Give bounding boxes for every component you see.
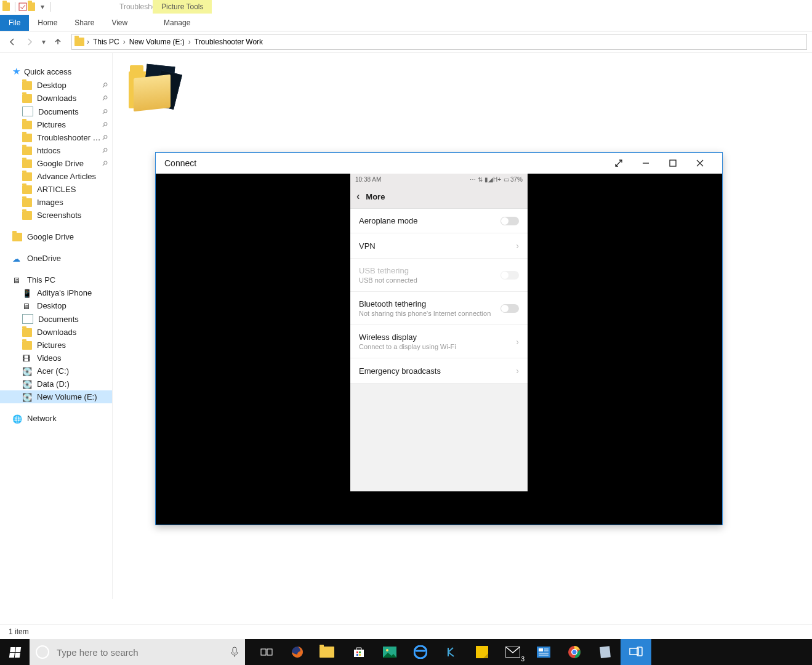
svg-rect-8 bbox=[356, 651, 358, 653]
store-icon[interactable] bbox=[344, 639, 374, 665]
firefox-icon[interactable] bbox=[282, 639, 313, 665]
mail-icon[interactable]: 3 bbox=[497, 639, 528, 665]
picture-tools-tab[interactable]: Picture Tools bbox=[153, 0, 212, 14]
mic-icon[interactable] bbox=[230, 647, 239, 658]
row-bt-tethering[interactable]: Bluetooth tethering Not sharing this pho… bbox=[350, 292, 528, 325]
file-explorer-icon[interactable] bbox=[313, 639, 344, 665]
sidebar-item-desktop2[interactable]: 🖥Desktop bbox=[0, 299, 112, 312]
properties-icon[interactable] bbox=[18, 2, 28, 12]
expand-button[interactable] bbox=[605, 155, 632, 172]
quick-access-group[interactable]: ★ Quick access bbox=[0, 64, 112, 79]
sidebar-item-documents2[interactable]: Documents bbox=[0, 312, 112, 326]
start-button[interactable] bbox=[0, 639, 30, 665]
sidebar-item-advance[interactable]: Advance Articles bbox=[0, 170, 112, 183]
sidebar-item-troubleshooter[interactable]: Troubleshooter W…⚲ bbox=[0, 131, 112, 144]
tab-view[interactable]: View bbox=[103, 15, 136, 31]
row-label: Wireless display bbox=[359, 332, 417, 342]
toggle-off-icon[interactable] bbox=[500, 217, 519, 225]
sidebar-item-acer-c[interactable]: 💽Acer (C:) bbox=[0, 365, 112, 377]
sidebar-item-onedrive[interactable]: ☁OneDrive bbox=[0, 252, 112, 265]
sidebar-item-videos[interactable]: 🎞Videos bbox=[0, 352, 112, 365]
photos-icon[interactable] bbox=[374, 639, 405, 665]
folder-item[interactable] bbox=[129, 63, 177, 118]
connect-title: Connect bbox=[164, 158, 196, 168]
sidebar-item-network[interactable]: 🌐Network bbox=[0, 412, 112, 425]
connect-body: 10:38 AM ⋯ ⇅ ▮◢ H+ ▭ 37% ‹ More Aeroplan… bbox=[156, 174, 722, 525]
new-folder-icon[interactable] bbox=[28, 2, 38, 12]
tab-share[interactable]: Share bbox=[66, 15, 103, 31]
minimize-button[interactable] bbox=[632, 155, 659, 172]
row-label: Emergency broadcasts bbox=[359, 366, 516, 376]
sidebar-item-data-d[interactable]: 💽Data (D:) bbox=[0, 377, 112, 390]
row-vpn[interactable]: VPN › bbox=[350, 233, 528, 259]
svg-point-14 bbox=[414, 646, 427, 658]
crumb-folder[interactable]: Troubleshooter Work bbox=[191, 38, 267, 46]
sidebar-item-htdocs[interactable]: htdocs⚲ bbox=[0, 144, 112, 157]
phone-header-title: More bbox=[366, 192, 385, 201]
chrome-icon[interactable] bbox=[559, 639, 590, 665]
qat-dropdown-icon[interactable]: ▾ bbox=[38, 2, 47, 12]
maximize-button[interactable] bbox=[659, 155, 686, 172]
phone-screen: 10:38 AM ⋯ ⇅ ▮◢ H+ ▭ 37% ‹ More Aeroplan… bbox=[350, 174, 528, 491]
toggle-disabled-icon bbox=[500, 271, 519, 280]
sidebar-item-new-volume-e[interactable]: 💽New Volume (E:) bbox=[0, 390, 112, 403]
back-button[interactable] bbox=[5, 34, 20, 49]
svg-point-26 bbox=[573, 650, 577, 655]
picture-tools-label: Picture Tools bbox=[161, 2, 203, 11]
tab-manage[interactable]: Manage bbox=[153, 15, 201, 31]
tab-file[interactable]: File bbox=[0, 15, 29, 31]
sidebar-item-downloads2[interactable]: Downloads bbox=[0, 326, 112, 339]
sidebar-item-pictures[interactable]: Pictures⚲ bbox=[0, 118, 112, 131]
sidebar-item-articles-caps[interactable]: ARTICLES bbox=[0, 183, 112, 196]
connect-window[interactable]: Connect 10:38 AM ⋯ ⇅ ▮◢ H+ ▭ 37% ‹ bbox=[155, 152, 723, 525]
title-bar: ▾ Troubleshooter Work Picture Tools bbox=[0, 0, 812, 14]
cortana-icon[interactable] bbox=[36, 645, 49, 659]
row-wireless-display[interactable]: Wireless display Connect to a display us… bbox=[350, 325, 528, 358]
sidebar-item-documents[interactable]: Documents⚲ bbox=[0, 105, 112, 118]
address-bar[interactable]: › This PC › New Volume (E:) › Troublesho… bbox=[71, 34, 807, 50]
pin-icon: ⚲ bbox=[100, 107, 110, 116]
sidebar-item-downloads[interactable]: Downloads⚲ bbox=[0, 92, 112, 105]
star-icon: ★ bbox=[12, 66, 20, 77]
notes-app-icon[interactable] bbox=[590, 639, 621, 665]
taskbar[interactable]: 3 bbox=[0, 639, 812, 665]
row-sublabel: USB not connected bbox=[359, 276, 500, 284]
svg-rect-19 bbox=[539, 648, 543, 651]
sidebar-item-screenshots[interactable]: Screenshots bbox=[0, 209, 112, 222]
crumb-this-pc[interactable]: This PC bbox=[89, 38, 123, 46]
sidebar-item-gdrive-root[interactable]: Google Drive bbox=[0, 230, 112, 243]
sticky-notes-icon[interactable] bbox=[467, 639, 497, 665]
row-sublabel: Not sharing this phone's Internet connec… bbox=[359, 310, 500, 317]
news-icon[interactable] bbox=[528, 639, 559, 665]
phone-status-bar: 10:38 AM ⋯ ⇅ ▮◢ H+ ▭ 37% bbox=[350, 174, 528, 185]
sidebar-item-images[interactable]: Images bbox=[0, 196, 112, 209]
sidebar-item-this-pc[interactable]: 🖥This PC bbox=[0, 273, 112, 286]
pin-icon: ⚲ bbox=[100, 94, 110, 103]
app-k-icon[interactable] bbox=[436, 639, 467, 665]
up-button[interactable] bbox=[50, 34, 65, 49]
back-icon[interactable]: ‹ bbox=[356, 191, 360, 202]
sidebar-item-gdrive[interactable]: Google Drive⚲ bbox=[0, 157, 112, 170]
sidebar-item-pictures2[interactable]: Pictures bbox=[0, 339, 112, 352]
tab-home[interactable]: Home bbox=[29, 15, 66, 31]
sidebar-item-desktop[interactable]: Desktop⚲ bbox=[0, 79, 112, 92]
recent-dropdown[interactable]: ▾ bbox=[39, 34, 48, 49]
row-airplane[interactable]: Aeroplane mode bbox=[350, 209, 528, 233]
edge-icon[interactable] bbox=[405, 639, 436, 665]
ribbon-tabs: File Home Share View Manage bbox=[0, 14, 812, 31]
row-emergency[interactable]: Emergency broadcasts › bbox=[350, 358, 528, 384]
crumb-volume[interactable]: New Volume (E:) bbox=[126, 38, 188, 46]
task-view-icon[interactable] bbox=[251, 639, 282, 665]
search-input[interactable] bbox=[55, 647, 230, 658]
toggle-off-icon[interactable] bbox=[500, 304, 519, 313]
connect-titlebar[interactable]: Connect bbox=[156, 153, 722, 174]
svg-rect-0 bbox=[19, 3, 26, 10]
battery-pct: 37% bbox=[510, 176, 523, 183]
close-button[interactable] bbox=[686, 155, 714, 172]
pin-icon: ⚲ bbox=[100, 159, 110, 168]
search-box[interactable] bbox=[30, 639, 245, 665]
navigation-pane[interactable]: ★ Quick access Desktop⚲ Downloads⚲ Docum… bbox=[0, 53, 113, 599]
svg-rect-3 bbox=[233, 647, 236, 653]
sidebar-item-iphone[interactable]: 📱Aditya's iPhone bbox=[0, 286, 112, 299]
connect-app-icon[interactable] bbox=[621, 639, 651, 665]
